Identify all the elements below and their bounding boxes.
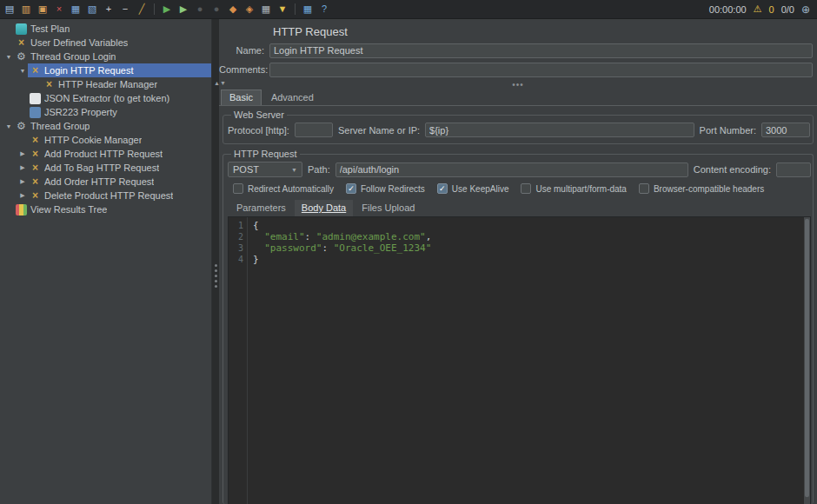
comments-row: Comments: — [219, 60, 817, 79]
tree-item[interactable]: ▶×Add Order HTTP Request — [0, 175, 211, 189]
method-select[interactable]: POST ▼ — [228, 162, 302, 177]
reset-search-icon[interactable]: ▼ — [275, 2, 290, 17]
option-checkbox[interactable]: ✓Follow Redirects — [346, 183, 425, 194]
warning-icon[interactable]: ⚠ — [754, 3, 762, 15]
open-file-icon[interactable]: ▣ — [35, 2, 50, 17]
tab-body-data[interactable]: Body Data — [295, 200, 353, 216]
clear-icon[interactable]: ◆ — [225, 2, 241, 17]
tree-item[interactable]: Test Plan — [0, 22, 211, 36]
function-helper-icon[interactable]: ▦ — [300, 2, 316, 17]
web-server-section: Web Server Protocol [http]: Server Name … — [223, 109, 814, 144]
help-icon[interactable]: ? — [316, 2, 332, 17]
tree-item-cell[interactable]: JSON Extractor (to get token) — [28, 91, 211, 105]
tree-item-cell[interactable]: ×User Defined Variables — [14, 36, 211, 50]
body-data-editor[interactable]: 1234 { "email": "admin@example.com", "pa… — [228, 216, 811, 504]
divider-drag-handle[interactable]: ••• — [512, 80, 524, 90]
tree-item-cell[interactable]: View Results Tree — [14, 202, 211, 216]
comments-input[interactable] — [269, 63, 813, 77]
new-file-icon[interactable]: ▤ — [2, 2, 17, 17]
tree-expanded-icon[interactable]: ▼ — [17, 68, 28, 74]
http-request-section: HTTP Request POST ▼ Path: Content encodi… — [223, 149, 814, 504]
checkbox-unchecked-icon[interactable] — [639, 183, 649, 194]
tree-collapsed-icon[interactable]: ▶ — [17, 178, 28, 185]
tree-item-cell[interactable]: ×Delete Product HTTP Request — [28, 189, 211, 202]
templates-icon[interactable]: ▥ — [18, 2, 34, 17]
tab-basic[interactable]: Basic — [221, 90, 262, 105]
tree-item-label: Add Order HTTP Request — [44, 176, 154, 187]
web-server-legend: Web Server — [231, 109, 287, 120]
tree-item-label: Add Product HTTP Request — [44, 149, 163, 159]
tree-item[interactable]: ▼×Login HTTP Request — [0, 63, 211, 77]
option-checkbox[interactable]: Redirect Automatically — [233, 183, 334, 194]
shutdown-icon[interactable]: ● — [209, 2, 224, 17]
tree-item-cell[interactable]: Test Plan — [14, 22, 211, 36]
http-request-icon: × — [30, 190, 41, 202]
tree-item-cell[interactable]: ×HTTP Header Manager — [42, 77, 211, 91]
option-checkbox[interactable]: ✓Use KeepAlive — [437, 183, 509, 194]
tree-item-cell[interactable]: ×Add Product HTTP Request — [28, 147, 211, 161]
save-as-icon[interactable]: ▧ — [84, 2, 100, 17]
tree-item-cell[interactable]: JSR223 Property — [28, 105, 211, 119]
editor-code[interactable]: { "email": "admin@example.com", "passwor… — [248, 217, 804, 504]
checkbox-checked-icon[interactable]: ✓ — [437, 183, 448, 194]
option-checkbox[interactable]: Use multipart/form-data — [521, 183, 626, 194]
tree-item[interactable]: ×HTTP Cookie Manager — [0, 133, 211, 147]
port-number-label: Port Number: — [700, 125, 756, 136]
tree-expanded-icon[interactable]: ▼ — [3, 123, 14, 129]
tree-item[interactable]: ▼⚙Thread Group — [0, 119, 211, 133]
tree-item[interactable]: JSON Extractor (to get token) — [0, 91, 211, 105]
tree-item[interactable]: JSR223 Property — [0, 105, 211, 119]
tree-item-cell[interactable]: ×Add To Bag HTTP Request — [28, 161, 211, 175]
name-input[interactable] — [269, 43, 813, 58]
tree-item-cell[interactable]: ×Login HTTP Request — [28, 63, 211, 77]
server-name-input[interactable] — [425, 123, 694, 137]
tree-collapsed-icon[interactable]: ▶ — [17, 164, 28, 171]
tree-item[interactable]: ×User Defined Variables — [0, 36, 211, 50]
path-input[interactable] — [335, 162, 688, 177]
http-request-icon: × — [30, 176, 41, 188]
remove-icon[interactable]: − — [117, 2, 133, 17]
editor-scrollbar-thumb[interactable] — [805, 219, 809, 497]
tree-item[interactable]: ▶×Add Product HTTP Request — [0, 147, 211, 161]
start-no-timers-icon[interactable]: ▶ — [176, 2, 191, 17]
tree-item[interactable]: View Results Tree — [0, 202, 211, 216]
stop-icon[interactable]: ● — [192, 2, 208, 17]
tree-item-cell[interactable]: ⚙Thread Group Login — [14, 50, 211, 63]
checkbox-unchecked-icon[interactable] — [521, 183, 531, 194]
tree-collapsed-icon[interactable]: ▶ — [17, 192, 28, 199]
start-icon[interactable]: ▶ — [159, 2, 175, 17]
tab-files-upload[interactable]: Files Upload — [355, 200, 422, 216]
tree-item[interactable]: ▶×Delete Product HTTP Request — [0, 189, 211, 202]
port-number-input[interactable] — [761, 123, 810, 137]
option-checkbox[interactable]: Browser-compatible headers — [639, 183, 764, 194]
tab-advanced[interactable]: Advanced — [263, 90, 322, 105]
tree-item-label: Add To Bag HTTP Request — [44, 162, 159, 173]
save-icon[interactable]: ▦ — [68, 2, 83, 17]
collapse-section-button[interactable]: ▲▼ — [214, 80, 226, 86]
tree-item[interactable]: ▼⚙Thread Group Login — [0, 50, 211, 63]
name-label: Name: — [219, 45, 264, 56]
close-icon[interactable]: × — [51, 2, 67, 17]
option-label: Browser-compatible headers — [654, 184, 764, 194]
tree-item[interactable]: ×HTTP Header Manager — [0, 77, 211, 91]
tree-item-cell[interactable]: ×HTTP Cookie Manager — [28, 133, 211, 147]
checkbox-checked-icon[interactable]: ✓ — [346, 183, 356, 194]
content-encoding-input[interactable] — [776, 162, 811, 177]
tab-parameters[interactable]: Parameters — [229, 200, 293, 216]
tree-item-cell[interactable]: ⚙Thread Group — [14, 119, 211, 133]
variables-icon: × — [16, 37, 27, 49]
protocol-input[interactable] — [295, 123, 333, 137]
remote-start-globe-icon[interactable]: ⊕ — [801, 3, 810, 16]
panel-splitter[interactable] — [212, 19, 219, 504]
tree-item[interactable]: ▶×Add To Bag HTTP Request — [0, 161, 211, 175]
clear-all-icon[interactable]: ◈ — [242, 2, 257, 17]
tree-expanded-icon[interactable]: ▼ — [3, 54, 14, 60]
add-icon[interactable]: + — [101, 2, 116, 17]
tree-collapsed-icon[interactable]: ▶ — [17, 150, 28, 157]
search-icon[interactable]: ▦ — [258, 2, 274, 17]
edit-icon[interactable]: ╱ — [134, 2, 149, 17]
editor-scrollbar[interactable] — [804, 217, 810, 504]
checkbox-unchecked-icon[interactable] — [233, 183, 243, 194]
splitter-handle[interactable] — [215, 264, 217, 267]
tree-item-cell[interactable]: ×Add Order HTTP Request — [28, 175, 211, 189]
